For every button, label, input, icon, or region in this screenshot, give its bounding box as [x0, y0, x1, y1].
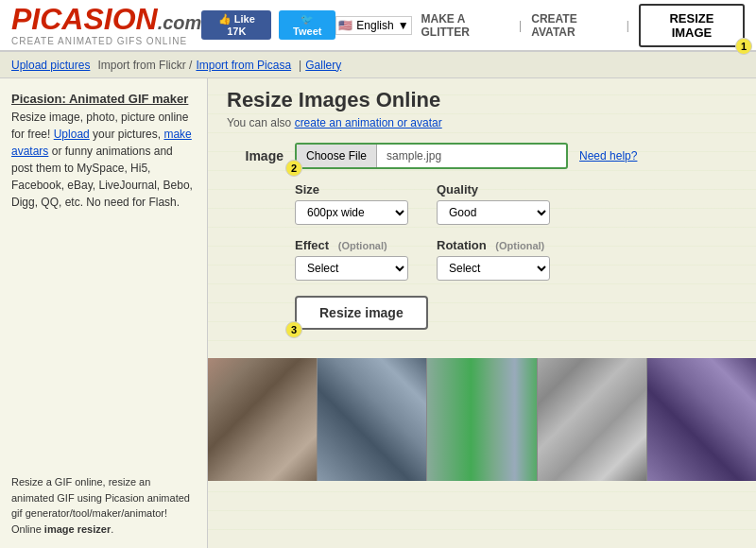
chevron-down-icon: ▼ — [398, 19, 409, 32]
social-buttons: 👍 Like 17K 🐦 Tweet — [201, 10, 335, 40]
page-title: Resize Images Online — [227, 88, 737, 112]
size-select[interactable]: 600px wide800px wide1024px wideCustom — [295, 200, 408, 225]
quality-label: Quality — [437, 182, 550, 197]
size-group: Size 600px wide800px wide1024px wideCust… — [295, 182, 408, 225]
sidebar-title: Picasion: Animated GIF maker — [11, 92, 188, 106]
effect-rotation-row: Effect (Optional) SelectGrayscaleSepia R… — [295, 238, 737, 281]
subheader-nav: Upload pictures Import from Flickr / Imp… — [0, 52, 756, 78]
header: PICASION.com CREATE ANIMATED GIFS ONLINE… — [0, 0, 756, 52]
submit-row: 3 Resize image — [295, 296, 428, 330]
resize-image-button[interactable]: Resize image — [295, 296, 428, 330]
create-avatar-link[interactable]: CREATE AVATAR — [531, 12, 617, 39]
choose-file-button[interactable]: Choose File — [297, 145, 377, 167]
image-row: Image 2 Choose File sample.jpg Need help… — [227, 143, 737, 169]
gallery-item-5 — [646, 358, 756, 481]
rotation-select[interactable]: Select90°180°270° — [437, 256, 550, 281]
size-label: Size — [295, 182, 408, 197]
badge-2: 2 — [285, 160, 302, 177]
badge-1: 1 — [735, 38, 752, 55]
effect-label: Effect (Optional) — [295, 238, 408, 252]
quality-group: Quality GoodBestNormal — [437, 182, 550, 225]
gallery-strip — [208, 358, 756, 481]
language-selector[interactable]: 🇺🇸 English ▼ — [335, 16, 411, 35]
image-label: Image — [227, 148, 284, 163]
import-picasa-link[interactable]: Import from Picasa — [196, 59, 291, 72]
content-inner: Resize Images Online You can also create… — [208, 78, 756, 354]
facebook-like-button[interactable]: 👍 Like 17K — [201, 10, 271, 40]
top-nav: MAKE A GLITTER | CREATE AVATAR | RESIZE … — [421, 4, 745, 47]
gallery-item-1 — [208, 358, 317, 481]
effect-select[interactable]: SelectGrayscaleSepia — [295, 256, 408, 281]
resize-image-header-button[interactable]: RESIZE IMAGE — [639, 4, 745, 47]
sidebar-top: Picasion: Animated GIF maker Resize imag… — [11, 90, 196, 218]
gallery-item-2 — [317, 358, 426, 481]
page-subtitle: You can also create an animation or avat… — [227, 116, 737, 129]
sidebar-bottom: Resize a GIF online, resize an animated … — [11, 474, 196, 537]
need-help-link[interactable]: Need help? — [579, 149, 637, 163]
logo-subtitle: CREATE ANIMATED GIFS ONLINE — [11, 36, 201, 46]
effect-group: Effect (Optional) SelectGrayscaleSepia — [295, 238, 408, 281]
file-input-group: 2 Choose File sample.jpg — [295, 143, 568, 169]
file-name-display: sample.jpg — [377, 145, 566, 167]
rotation-label: Rotation (Optional) — [437, 238, 550, 252]
upload-pictures-link[interactable]: Upload pictures — [11, 59, 90, 72]
twitter-tweet-button[interactable]: 🐦 Tweet — [279, 10, 335, 40]
main-layout: Picasion: Animated GIF maker Resize imag… — [0, 78, 756, 548]
make-glitter-link[interactable]: MAKE A GLITTER — [421, 12, 510, 39]
quality-select[interactable]: GoodBestNormal — [437, 200, 550, 225]
image-resizer-text: image resizer — [44, 523, 111, 535]
badge-3: 3 — [285, 321, 302, 338]
size-quality-row: Size 600px wide800px wide1024px wideCust… — [295, 182, 737, 225]
logo-brand: PICASION — [11, 2, 158, 36]
logo-com: .com — [158, 12, 202, 33]
language-label: English — [356, 19, 393, 32]
sidebar-body2: your pictures, — [93, 128, 161, 141]
gallery-item-3 — [426, 358, 536, 481]
gallery-link[interactable]: Gallery — [305, 59, 341, 72]
upload-link[interactable]: Upload — [54, 128, 90, 141]
create-animation-link[interactable]: create an animation or avatar — [295, 116, 442, 129]
header-right: 🇺🇸 English ▼ MAKE A GLITTER | CREATE AVA… — [335, 4, 745, 47]
gallery-item-4 — [537, 358, 646, 481]
logo-text: PICASION.com — [11, 4, 201, 34]
flag-icon: 🇺🇸 — [338, 19, 352, 32]
content-area: Resize Images Online You can also create… — [208, 78, 756, 548]
sidebar: Picasion: Animated GIF maker Resize imag… — [0, 78, 208, 548]
rotation-group: Rotation (Optional) Select90°180°270° — [437, 238, 550, 281]
logo: PICASION.com CREATE ANIMATED GIFS ONLINE — [11, 4, 201, 46]
